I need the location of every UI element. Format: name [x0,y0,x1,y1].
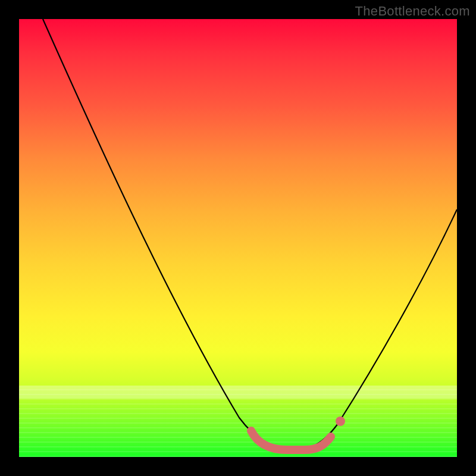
bottleneck-curve [43,19,457,450]
chart-svg [19,19,457,457]
chart-frame: TheBottleneck.com [0,0,476,476]
marker-dot [336,416,345,426]
watermark-text: TheBottleneck.com [355,4,470,19]
flat-region-highlight [251,431,331,450]
